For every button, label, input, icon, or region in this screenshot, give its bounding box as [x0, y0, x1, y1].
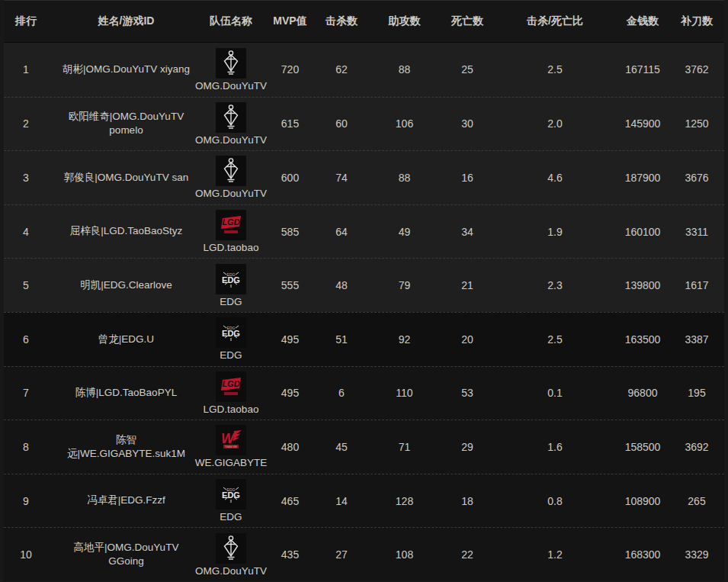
player-name-cell: 欧阳维奇|OMG.DouYuTV pomelo	[48, 98, 204, 151]
kills-cell: 27	[322, 528, 361, 581]
kills-value: 51	[335, 333, 348, 346]
team-cell: OMG.DouYuTV	[204, 98, 258, 151]
svg-text:EDG: EDG	[222, 490, 240, 500]
cs-cell: 3311	[662, 205, 728, 259]
kills-value: 6	[338, 387, 345, 399]
assists-value: 71	[399, 441, 411, 453]
column-header-rank[interactable]: 排行	[4, 14, 48, 28]
mvp-value: 720	[281, 63, 299, 76]
assists-value: 110	[396, 387, 412, 399]
kd-cell: 1.9	[486, 205, 624, 259]
assists-cell: 128	[361, 474, 448, 528]
player-name: 欧阳维奇|OMG.DouYuTV pomelo	[59, 110, 193, 137]
column-header-kills[interactable]: 击杀数	[322, 14, 361, 28]
column-header-cs[interactable]: 补刀数	[662, 14, 728, 28]
assists-cell: 110	[361, 367, 448, 420]
team-name: EDG	[220, 296, 242, 307]
column-header-mvp[interactable]: MVP值	[258, 14, 322, 28]
column-header-deaths[interactable]: 死亡数	[448, 14, 486, 28]
column-header-name[interactable]: 姓名/游戏ID	[48, 14, 204, 28]
gold-value: 108900	[625, 495, 661, 507]
deaths-cell: 22	[448, 528, 486, 581]
player-name: 曾龙|EDG.U	[98, 333, 154, 346]
svg-text:LGD: LGD	[222, 217, 239, 227]
gold-cell: 158500	[624, 420, 662, 474]
kills-cell: 14	[322, 474, 361, 528]
cs-value: 1250	[685, 117, 708, 130]
team-name: EDG	[220, 349, 242, 361]
assists-value: 88	[399, 63, 411, 76]
mvp-cell: 600	[258, 151, 322, 204]
kills-value: 64	[335, 226, 348, 238]
cs-value: 3329	[685, 548, 708, 561]
mvp-cell: 465	[258, 474, 322, 528]
mvp-cell: 720	[258, 43, 322, 97]
mvp-leaderboard: 排行 姓名/游戏ID 队伍名称 MVP值 击杀数 助攻数 死亡数 击杀/死亡比 …	[0, 0, 728, 582]
deaths-value: 34	[461, 226, 473, 238]
kd-cell: 0.1	[486, 367, 624, 420]
cs-cell: 3387	[662, 313, 728, 366]
gold-value: 187900	[625, 172, 661, 184]
column-header-kd[interactable]: 击杀/死亡比	[486, 14, 624, 28]
kills-value: 60	[335, 117, 348, 130]
kills-cell: 62	[322, 43, 361, 97]
gold-cell: 145900	[624, 98, 662, 151]
assists-value: 79	[399, 279, 411, 291]
team-logo-edg-icon: EDGEDG	[216, 479, 246, 510]
deaths-cell: 20	[448, 313, 486, 366]
mvp-value: 480	[281, 441, 299, 453]
kd-value: 2.3	[547, 279, 562, 291]
gold-value: 158500	[625, 441, 661, 453]
mvp-cell: 615	[258, 98, 322, 151]
mvp-value: 585	[281, 226, 299, 238]
cs-cell: 195	[662, 367, 728, 420]
deaths-value: 16	[461, 172, 473, 184]
cs-value: 3676	[685, 172, 708, 184]
gold-cell: 139800	[624, 259, 662, 312]
deaths-cell: 53	[448, 367, 486, 420]
mvp-cell: 480	[258, 420, 322, 474]
deaths-cell: 25	[448, 43, 486, 97]
svg-text:EDG: EDG	[222, 329, 240, 338]
rank-value: 2	[23, 117, 29, 130]
player-name: 陈智远|WE.GIGABYTE.suk1M	[59, 433, 193, 461]
mvp-value: 555	[281, 279, 299, 291]
cs-cell: 1617	[662, 259, 728, 312]
gold-cell: 108900	[624, 474, 662, 528]
gold-cell: 160100	[624, 205, 662, 259]
mvp-value: 615	[281, 117, 299, 130]
svg-text:EDG: EDG	[222, 275, 240, 285]
rank-value: 7	[23, 387, 29, 399]
deaths-value: 53	[461, 387, 473, 399]
svg-text:W: W	[221, 431, 236, 446]
kd-cell: 1.6	[486, 420, 624, 474]
assists-cell: 79	[361, 259, 448, 312]
team-cell: OMG.DouYuTV	[204, 151, 258, 204]
player-name-cell: 冯卓君|EDG.Fzzf	[48, 474, 204, 528]
gold-value: 167115	[625, 63, 660, 76]
player-name-cell: 明凯|EDG.Clearlove	[48, 259, 204, 312]
assists-cell: 88	[361, 43, 448, 97]
mvp-value: 465	[281, 495, 299, 507]
rank-value: 9	[23, 495, 29, 507]
cs-value: 265	[688, 495, 705, 507]
table-row: 4 屈梓良|LGD.TaoBaoStyz LGD LGD.taobao 585 …	[4, 204, 724, 259]
table-row: 2 欧阳维奇|OMG.DouYuTV pomelo OMG.DouYuTV 61…	[4, 97, 724, 151]
cs-cell: 265	[662, 474, 728, 528]
svg-text:LGD: LGD	[222, 379, 239, 388]
mvp-cell: 555	[258, 259, 322, 312]
kills-cell: 74	[322, 151, 361, 204]
player-name-cell: 曾龙|EDG.U	[48, 313, 204, 366]
cs-cell: 3692	[662, 420, 728, 474]
player-name: 高地平|OMG.DouYuTV GGoing	[59, 541, 193, 568]
column-header-assists[interactable]: 助攻数	[361, 14, 448, 28]
rank-cell: 2	[4, 98, 48, 151]
kills-cell: 60	[322, 98, 361, 151]
column-header-team[interactable]: 队伍名称	[204, 14, 258, 28]
team-cell: OMG.DouYuTV	[204, 43, 258, 97]
kills-cell: 48	[322, 259, 361, 312]
deaths-cell: 29	[448, 420, 486, 474]
column-header-gold[interactable]: 金钱数	[624, 14, 662, 28]
deaths-value: 21	[461, 279, 473, 291]
kd-value: 0.1	[547, 387, 562, 399]
